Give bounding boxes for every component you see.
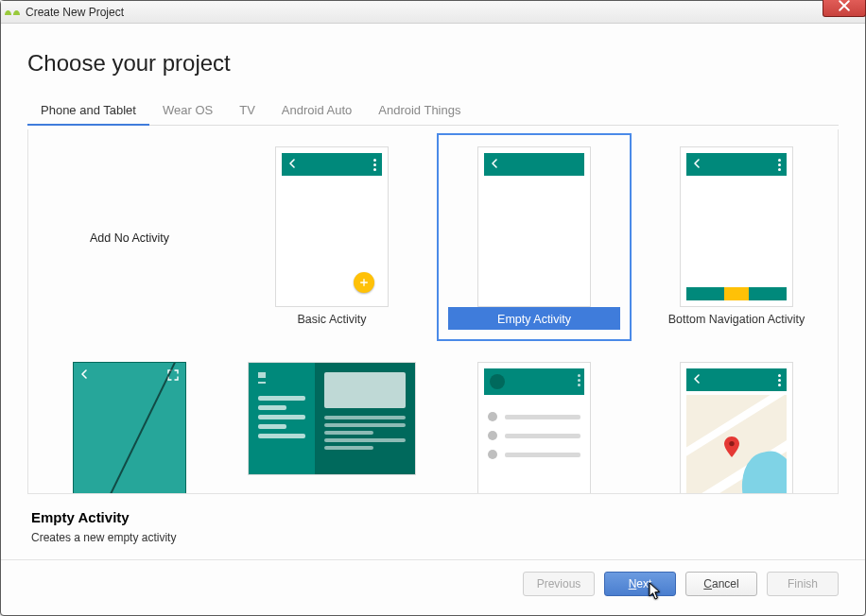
next-button[interactable]: Next bbox=[604, 572, 676, 596]
next-label: Next bbox=[629, 577, 652, 590]
template-empty-activity[interactable]: Empty Activity bbox=[437, 133, 632, 341]
thumb-basic bbox=[275, 146, 389, 307]
thumb-list bbox=[477, 362, 591, 493]
more-vert-icon bbox=[778, 374, 781, 386]
template-label: Empty Activity bbox=[448, 307, 620, 330]
window-title: Create New Project bbox=[26, 6, 124, 19]
more-vert-icon bbox=[778, 159, 781, 171]
arrow-left-icon bbox=[490, 158, 501, 172]
titlebar[interactable]: Create New Project bbox=[1, 1, 865, 24]
thumb-map bbox=[680, 362, 793, 493]
arrow-left-icon bbox=[287, 158, 299, 172]
tab-phone-and-tablet[interactable]: Phone and Tablet bbox=[27, 97, 149, 125]
dialog-content: Choose your project Phone and Tablet Wea… bbox=[1, 24, 865, 615]
template-bottom-navigation-activity[interactable]: Bottom Navigation Activity bbox=[639, 133, 834, 341]
more-vert-icon bbox=[578, 374, 580, 386]
arrow-left-icon bbox=[79, 368, 91, 385]
tab-android-things[interactable]: Android Things bbox=[365, 97, 474, 125]
svg-point-0 bbox=[730, 440, 735, 445]
selection-title: Empty Activity bbox=[31, 509, 835, 525]
thumb-fullscreen bbox=[73, 362, 186, 493]
avatar-icon bbox=[490, 374, 505, 389]
previous-button: Previous bbox=[523, 572, 595, 596]
tab-android-auto[interactable]: Android Auto bbox=[268, 97, 365, 125]
thumb-master-detail bbox=[248, 362, 416, 475]
more-vert-icon bbox=[373, 159, 376, 171]
template-navigation-drawer-activity[interactable] bbox=[437, 349, 632, 493]
template-gallery[interactable]: Add No Activity Basi bbox=[28, 129, 838, 493]
bottom-nav-bar-icon bbox=[686, 287, 787, 300]
page-title: Choose your project bbox=[27, 50, 839, 77]
arrow-left-icon bbox=[692, 158, 703, 172]
tab-tv[interactable]: TV bbox=[226, 97, 268, 125]
selection-subtitle: Creates a new empty activity bbox=[31, 531, 835, 544]
template-add-no-activity[interactable]: Add No Activity bbox=[32, 133, 227, 341]
selection-description: Empty Activity Creates a new empty activ… bbox=[27, 494, 839, 554]
template-fullscreen-activity[interactable] bbox=[32, 349, 227, 493]
close-icon bbox=[839, 0, 850, 14]
template-master-detail-flow[interactable] bbox=[234, 349, 429, 493]
previous-label: Previous bbox=[537, 577, 581, 590]
template-google-maps-activity[interactable] bbox=[639, 349, 834, 493]
finish-label: Finish bbox=[788, 577, 818, 590]
template-gallery-wrap: Add No Activity Basi bbox=[27, 129, 839, 494]
tab-wear-os[interactable]: Wear OS bbox=[149, 97, 226, 125]
map-pin-icon bbox=[724, 436, 739, 452]
plus-icon bbox=[354, 272, 374, 293]
device-tabs: Phone and Tablet Wear OS TV Android Auto… bbox=[27, 97, 839, 126]
thumb-empty bbox=[477, 146, 591, 307]
arrow-left-icon bbox=[692, 373, 703, 387]
template-label: Add No Activity bbox=[43, 165, 216, 311]
cancel-button[interactable]: Cancel bbox=[685, 572, 757, 596]
window-close-button[interactable] bbox=[823, 0, 866, 17]
dialog-window: Create New Project Choose your project P… bbox=[0, 0, 866, 616]
template-label: Bottom Navigation Activity bbox=[650, 307, 823, 330]
cancel-label: Cancel bbox=[703, 577, 738, 590]
dialog-footer: Previous Next Cancel Finish bbox=[27, 560, 839, 602]
template-basic-activity[interactable]: Basic Activity bbox=[234, 133, 429, 341]
thumb-bottomnav bbox=[680, 146, 793, 307]
finish-button: Finish bbox=[767, 572, 839, 596]
template-label: Basic Activity bbox=[246, 307, 418, 330]
android-studio-icon bbox=[5, 7, 20, 18]
